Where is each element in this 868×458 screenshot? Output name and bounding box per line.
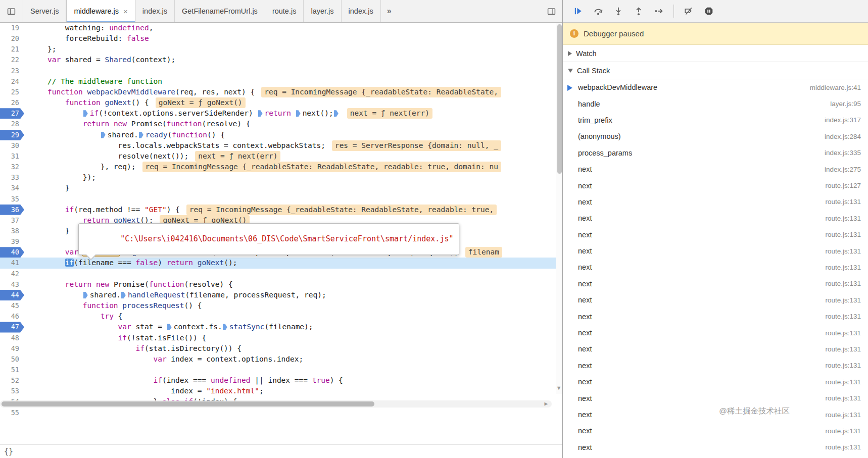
line-number[interactable]: 46 [0,311,24,322]
call-stack-frame[interactable]: nextroute.js:131 [563,439,868,455]
line-number[interactable]: 30 [0,140,24,151]
line-number[interactable]: 24 [0,76,24,87]
step-into-button[interactable] [608,0,629,22]
vertical-scrollbar[interactable] [556,23,562,394]
call-stack-frame[interactable]: nextroute.js:131 [563,210,868,226]
file-tab[interactable]: middleware.js× [66,0,135,22]
line-number[interactable]: 55 [0,408,24,418]
line-number[interactable]: 32 [0,162,24,172]
line-number[interactable]: 31 [0,151,24,162]
step-position-marker-icon[interactable] [139,132,143,138]
step-out-button[interactable] [629,0,649,22]
call-stack-frame[interactable]: nextroute.js:127 [563,177,868,193]
deactivate-breakpoints-button[interactable] [679,0,699,22]
scroll-right-arrow-icon[interactable]: ▶ [544,400,548,408]
breakpoint-line-number[interactable]: 40 [0,247,24,258]
call-stack-frame[interactable]: nextroute.js:131 [563,227,868,243]
step-position-marker-icon[interactable] [296,110,301,117]
call-stack-frame[interactable]: nextroute.js:131 [563,390,868,406]
scroll-down-arrow-icon[interactable]: ▼ [556,385,562,391]
line-number[interactable]: 48 [0,333,24,343]
step-position-marker-icon[interactable] [223,324,227,330]
call-stack-frame[interactable]: nextroute.js:131 [563,292,868,308]
line-number[interactable]: 34 [0,183,24,193]
call-stack-frame[interactable]: nextroute.js:131 [563,325,868,341]
line-number[interactable]: 52 [0,375,24,386]
line-number[interactable]: 26 [0,97,24,108]
file-tab[interactable]: GetFilenameFromUrl.js [175,0,265,22]
line-number[interactable]: 45 [0,300,24,311]
file-tab[interactable]: Server.js [23,0,66,22]
breakpoint-line-number[interactable]: 44 [0,290,24,300]
file-tab[interactable]: route.js [265,0,304,22]
line-number[interactable]: 25 [0,87,24,97]
file-tab[interactable]: layer.js [304,0,341,22]
step-position-marker-icon[interactable] [121,292,126,298]
line-number[interactable]: 37 [0,215,24,226]
call-stack-frame[interactable]: webpackDevMiddlewaremiddleware.js:41 [563,79,868,95]
line-number[interactable]: 35 [0,194,24,205]
call-stack-frame[interactable]: nextroute.js:131 [563,308,868,324]
call-stack-frame[interactable]: nextroute.js:131 [563,423,868,439]
call-stack-frame[interactable]: nextroute.js:131 [563,341,868,357]
step-position-marker-icon[interactable] [101,132,106,138]
file-tab[interactable]: index.js [135,0,175,22]
line-number[interactable]: 22 [0,55,24,65]
line-number[interactable]: 33 [0,172,24,183]
call-stack-frame[interactable]: nextroute.js:131 [563,194,868,210]
horizontal-scrollbar-thumb[interactable] [2,401,374,406]
step-position-marker-icon[interactable] [258,110,263,117]
show-drawer-button[interactable] [540,0,562,22]
show-navigator-button[interactable] [0,0,23,22]
breakpoint-line-number[interactable]: 29 [0,130,24,140]
pause-on-exceptions-button[interactable] [699,0,719,22]
code-editor[interactable]: 19 watching: undefined,20 forceRebuild: … [0,23,562,444]
line-number[interactable]: 42 [0,269,24,279]
line-number[interactable]: 20 [0,33,24,44]
call-stack-frame[interactable]: nextroute.js:131 [563,358,868,374]
call-stack-frame[interactable]: nextroute.js:131 [563,406,868,423]
breakpoint-line-number[interactable]: 36 [0,205,24,215]
call-stack-section-header[interactable]: Call Stack [563,62,868,79]
step-position-marker-icon[interactable] [83,110,88,117]
tab-overflow-button[interactable]: » [381,0,398,22]
line-number[interactable]: 41 [0,258,24,268]
resume-button[interactable] [568,0,588,22]
call-stack-frame[interactable]: trim_prefixindex.js:317 [563,112,868,128]
call-stack-frame[interactable]: nextroute.js:131 [563,259,868,275]
line-number[interactable]: 43 [0,279,24,290]
line-number[interactable]: 50 [0,354,24,365]
breakpoint-line-number[interactable]: 27 [0,108,24,119]
call-stack-frame[interactable]: (anonymous)index.js:284 [563,128,868,144]
code-line: 46 try { [0,311,562,322]
line-number[interactable]: 21 [0,44,24,55]
call-stack-frame[interactable]: handlelayer.js:95 [563,95,868,112]
step-position-marker-icon[interactable] [83,292,88,298]
step-over-button[interactable] [588,0,608,22]
watch-section-header[interactable]: Watch [563,45,868,62]
vertical-scrollbar-thumb[interactable] [557,24,562,174]
call-stack-frame[interactable]: nextroute.js:131 [563,374,868,390]
horizontal-scrollbar[interactable]: ▶ [0,400,552,408]
tab-close-icon[interactable]: × [123,8,128,15]
line-number[interactable]: 49 [0,343,24,354]
call-stack-frame[interactable]: process_paramsindex.js:335 [563,145,868,161]
line-number[interactable]: 28 [0,119,24,129]
line-number[interactable]: 19 [0,23,24,33]
step-position-marker-icon[interactable] [334,110,339,117]
call-stack-frame[interactable]: nextroute.js:131 [563,243,868,259]
line-number[interactable]: 39 [0,236,24,247]
frame-function-name: (anonymous) [578,132,818,140]
line-number[interactable]: 53 [0,386,24,396]
step-position-marker-icon[interactable] [167,324,172,330]
line-number[interactable]: 23 [0,66,24,76]
breakpoint-line-number[interactable]: 47 [0,322,24,332]
call-stack-frame[interactable]: nextroute.js:131 [563,276,868,292]
line-number[interactable]: 51 [0,365,24,375]
line-number[interactable]: 38 [0,226,24,236]
step-button[interactable] [649,0,669,22]
pretty-print-button[interactable]: {} [4,447,13,456]
file-tab[interactable]: index.js [342,0,381,22]
code-text: if(req.method !== "GET") {req = Incoming… [24,205,562,215]
call-stack-frame[interactable]: nextindex.js:275 [563,161,868,177]
